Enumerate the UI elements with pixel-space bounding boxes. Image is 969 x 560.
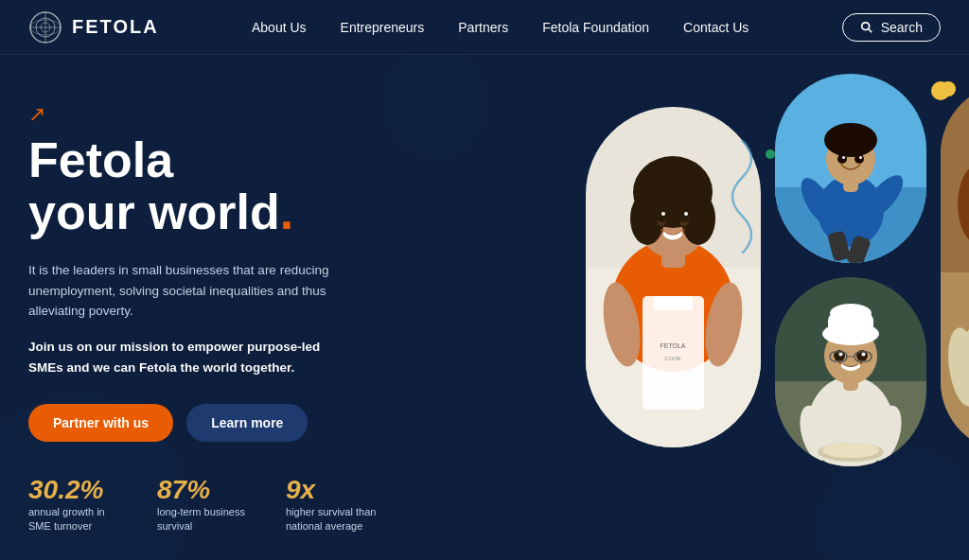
- nav-entrepreneurs[interactable]: Entrepreneurs: [341, 20, 425, 35]
- stat-higher-number: 9x: [286, 476, 380, 505]
- svg-point-40: [854, 154, 864, 164]
- nav-about[interactable]: About Us: [252, 20, 307, 35]
- stat-growth-label: annual growth in SME turnover: [28, 505, 123, 534]
- svg-point-25: [661, 212, 665, 216]
- nav-foundation[interactable]: Fetola Foundation: [542, 20, 649, 35]
- hero-buttons: Partner with us Learn more: [28, 404, 426, 442]
- nav-partners[interactable]: Partners: [458, 20, 508, 35]
- stat-survival-number: 87%: [157, 476, 252, 505]
- hero-stats: 30.2% annual growth in SME turnover 87% …: [28, 476, 426, 534]
- stat-higher: 9x higher survival than national average: [286, 476, 380, 534]
- nav-contact[interactable]: Contact Us: [683, 20, 749, 35]
- svg-point-56: [862, 353, 866, 357]
- partner-button[interactable]: Partner with us: [28, 404, 173, 442]
- hero-description: It is the leaders in small businesses th…: [28, 260, 350, 322]
- hero-mission: Join us on our mission to empower purpos…: [28, 337, 350, 377]
- svg-point-42: [859, 156, 862, 159]
- hero-content: ↗ Fetola your world. It is the leaders i…: [28, 93, 426, 532]
- learn-more-button[interactable]: Learn more: [186, 404, 308, 442]
- logo-icon: [28, 10, 62, 44]
- svg-point-41: [842, 156, 845, 159]
- search-icon: [860, 21, 873, 34]
- svg-point-55: [839, 353, 843, 357]
- svg-point-63: [822, 443, 879, 458]
- svg-text:FETOLA: FETOLA: [660, 342, 685, 349]
- search-bar[interactable]: Search: [842, 13, 941, 42]
- logo[interactable]: FETOLA: [28, 10, 159, 44]
- svg-text:COOK: COOK: [664, 356, 681, 361]
- image-chef: [775, 277, 926, 466]
- stat-survival-label: long-term business survival: [157, 505, 252, 534]
- stat-growth-number: 30.2%: [28, 476, 123, 505]
- arrow-icon: ↗: [28, 102, 426, 127]
- hero-title: Fetola your world.: [28, 134, 426, 237]
- svg-point-39: [837, 154, 847, 164]
- svg-point-23: [655, 209, 668, 222]
- svg-point-38: [824, 123, 877, 157]
- stat-survival: 87% long-term business survival: [157, 476, 252, 534]
- svg-point-24: [678, 209, 691, 222]
- hero-section: ↗ Fetola your world. It is the leaders i…: [0, 55, 969, 560]
- stat-growth: 30.2% annual growth in SME turnover: [28, 476, 123, 534]
- svg-rect-14: [643, 296, 704, 410]
- image-man-running: [775, 74, 926, 263]
- search-label: Search: [881, 20, 923, 35]
- hero-images: FETOLA COOK: [439, 55, 969, 560]
- logo-text: FETOLA: [72, 16, 159, 38]
- svg-point-26: [684, 212, 688, 216]
- svg-point-52: [830, 304, 872, 323]
- svg-line-7: [868, 28, 872, 32]
- stat-higher-label: higher survival than national average: [286, 505, 380, 534]
- svg-point-6: [861, 22, 869, 29]
- nav-links: About Us Entrepreneurs Partners Fetola F…: [252, 20, 749, 35]
- dot-yellow-2: [941, 81, 956, 96]
- image-woman-braids: P: [941, 83, 969, 452]
- wavy-decoration: [714, 140, 770, 254]
- navigation: FETOLA About Us Entrepreneurs Partners F…: [0, 0, 969, 55]
- svg-rect-15: [654, 296, 693, 310]
